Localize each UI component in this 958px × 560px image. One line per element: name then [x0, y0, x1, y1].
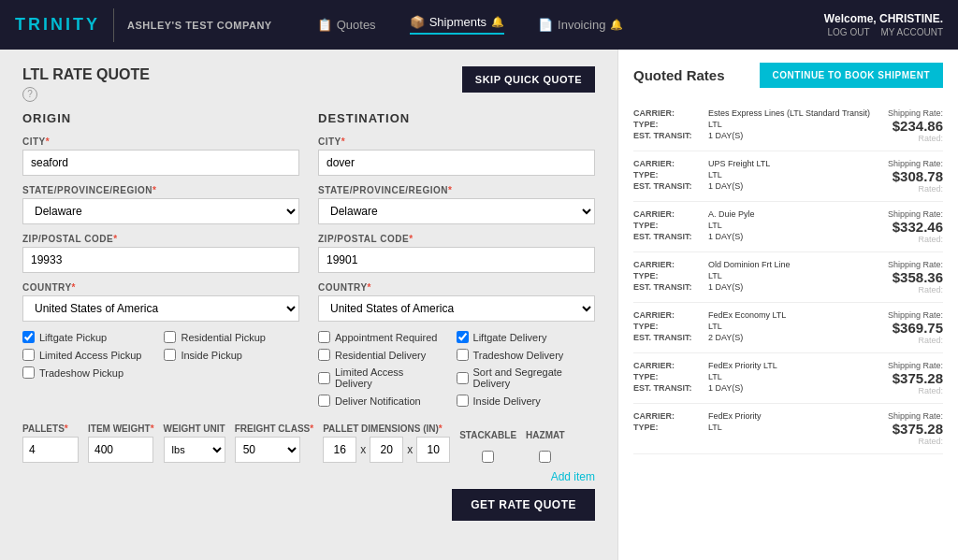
tradeshow-pickup-checkbox-label[interactable]: Tradeshow Pickup — [22, 366, 141, 379]
origin-state-select[interactable]: Delaware — [22, 198, 299, 224]
appointment-required-checkbox-label[interactable]: Appointment Required — [318, 331, 438, 343]
pallet-dimensions-label: PALLET DIMENSIONS (IN)* — [323, 424, 450, 434]
weight-unit-label: WEIGHT UNIT — [164, 424, 225, 434]
dest-city-label: CITY* — [318, 136, 595, 147]
dest-country-select[interactable]: United States of America — [318, 295, 595, 322]
dest-state-label: STATE/PROVINCE/REGION* — [318, 185, 595, 195]
destination-title: DESTINATION — [318, 111, 595, 125]
rate-item: CARRIER: FedEx Economy LTL TYPE: LTL EST… — [633, 303, 943, 353]
inside-delivery-checkbox-label[interactable]: Inside Delivery — [457, 395, 595, 407]
sort-segregate-checkbox-label[interactable]: Sort and Segregate Delivery — [457, 366, 595, 389]
residential-delivery-checkbox[interactable] — [318, 349, 330, 361]
welcome-text: Welcome, CHRISTINE. — [824, 12, 943, 25]
hazmat-field: HAZMAT — [526, 430, 564, 463]
rate-item: CARRIER: Estes Express Lines (LTL Standa… — [633, 101, 943, 151]
origin-city-input[interactable] — [22, 150, 299, 176]
nav-invoicing[interactable]: 📄 Invoicing 🔔 — [538, 18, 623, 32]
appointment-required-checkbox[interactable] — [318, 331, 330, 343]
add-item-link[interactable]: Add item — [551, 470, 595, 483]
continue-to-book-button[interactable]: CONTINUE TO BOOK SHIPMENT — [760, 63, 943, 88]
logo: TRINITY — [15, 15, 100, 35]
rate-item: CARRIER: FedEx Priority TYPE: LTL Shippi… — [633, 404, 943, 454]
info-icon[interactable]: ? — [22, 87, 37, 102]
rate-item: CARRIER: Old Dominion Frt Line TYPE: LTL… — [633, 252, 943, 303]
limited-access-pickup-checkbox-label[interactable]: Limited Access Pickup — [22, 349, 141, 361]
stackable-label: STACKABLE — [459, 430, 516, 440]
pallets-field: PALLETS* — [22, 424, 79, 463]
shipments-bell: 🔔 — [491, 16, 504, 28]
rate-item: CARRIER: UPS Freight LTL TYPE: LTL EST. … — [633, 151, 943, 202]
sort-segregate-checkbox[interactable] — [457, 372, 469, 384]
skip-quick-quote-button[interactable]: SKIP QUICK QUOTE — [462, 66, 595, 93]
myaccount-link[interactable]: MY ACCOUNT — [881, 27, 944, 37]
residential-delivery-checkbox-label[interactable]: Residential Delivery — [318, 349, 438, 361]
logout-link[interactable]: LOG OUT — [827, 27, 869, 37]
residential-pickup-checkbox-label[interactable]: Residential Pickup — [164, 331, 266, 343]
pallet-dimensions-field: PALLET DIMENSIONS (IN)* x x — [323, 424, 450, 463]
item-weight-input[interactable] — [88, 437, 153, 463]
shipments-icon: 📦 — [410, 15, 425, 29]
stackable-field: STACKABLE — [459, 430, 516, 463]
origin-country-label: COUNTRY* — [22, 282, 299, 293]
dest-zip-label: ZIP/POSTAL CODE* — [318, 234, 595, 244]
weight-unit-select[interactable]: lbs kg — [164, 437, 225, 463]
liftgate-delivery-checkbox[interactable] — [457, 331, 469, 343]
dim-x2: x — [405, 443, 414, 456]
limited-access-delivery-checkbox-label[interactable]: Limited Access Delivery — [318, 366, 438, 389]
dest-country-label: COUNTRY* — [318, 282, 595, 293]
pallets-label: PALLETS* — [22, 424, 79, 434]
liftgate-pickup-checkbox[interactable] — [22, 331, 35, 343]
dest-state-select[interactable]: Delaware — [318, 198, 595, 224]
limited-access-pickup-checkbox[interactable] — [22, 349, 35, 361]
origin-zip-input[interactable] — [22, 247, 299, 273]
dim-x1: x — [358, 443, 368, 456]
inside-pickup-checkbox[interactable] — [164, 349, 176, 361]
dest-zip-input[interactable] — [318, 247, 595, 273]
deliver-notification-checkbox[interactable] — [318, 395, 330, 407]
inside-delivery-checkbox[interactable] — [457, 395, 469, 407]
hazmat-checkbox[interactable] — [539, 451, 551, 463]
get-rate-quote-button[interactable]: GET RATE QUOTE — [452, 489, 595, 521]
stackable-checkbox[interactable] — [482, 451, 494, 463]
freight-class-label: FREIGHT CLASS* — [235, 424, 313, 434]
dim-length-input[interactable] — [323, 437, 356, 463]
origin-title: ORIGIN — [22, 111, 299, 125]
liftgate-pickup-checkbox-label[interactable]: Liftgate Pickup — [22, 331, 141, 343]
freight-class-field: FREIGHT CLASS* 50 55 60 65 — [235, 424, 313, 463]
nav-company: ASHLEY'S TEST COMPANY — [127, 20, 272, 31]
quotes-icon: 📋 — [317, 18, 332, 32]
invoicing-icon: 📄 — [538, 18, 553, 32]
nav-shipments[interactable]: 📦 Shipments 🔔 — [410, 15, 504, 35]
rate-item: CARRIER: FedEx Priority LTL TYPE: LTL ES… — [633, 353, 943, 404]
origin-country-select[interactable]: United States of America — [22, 295, 299, 322]
invoicing-bell: 🔔 — [610, 19, 623, 31]
rate-item: CARRIER: A. Duie Pyle TYPE: LTL EST. TRA… — [633, 202, 943, 252]
tradeshow-delivery-checkbox[interactable] — [457, 349, 469, 361]
origin-state-label: STATE/PROVINCE/REGION* — [22, 185, 299, 195]
liftgate-delivery-checkbox-label[interactable]: Liftgate Delivery — [457, 331, 595, 343]
deliver-notification-checkbox-label[interactable]: Deliver Notification — [318, 395, 438, 407]
nav-quotes[interactable]: 📋 Quotes — [317, 18, 376, 32]
weight-unit-field: WEIGHT UNIT lbs kg — [164, 424, 225, 463]
residential-pickup-checkbox[interactable] — [164, 331, 176, 343]
dim-height-input[interactable] — [416, 437, 450, 463]
navbar: TRINITY ASHLEY'S TEST COMPANY 📋 Quotes 📦… — [0, 0, 958, 50]
nav-user: Welcome, CHRISTINE. LOG OUT MY ACCOUNT — [824, 12, 943, 37]
limited-access-delivery-checkbox[interactable] — [318, 372, 330, 384]
tradeshow-delivery-checkbox-label[interactable]: Tradeshow Delivery — [457, 349, 595, 361]
pallets-input[interactable] — [22, 437, 79, 463]
hazmat-label: HAZMAT — [526, 430, 564, 440]
dest-city-input[interactable] — [318, 150, 595, 176]
quoted-rates-title: Quoted Rates — [633, 67, 725, 83]
origin-city-label: CITY* — [22, 136, 299, 147]
freight-class-select[interactable]: 50 55 60 65 — [235, 437, 300, 463]
nav-divider — [113, 8, 114, 42]
nav-links: 📋 Quotes 📦 Shipments 🔔 📄 Invoicing 🔔 — [317, 15, 824, 35]
inside-pickup-checkbox-label[interactable]: Inside Pickup — [164, 349, 266, 361]
item-weight-label: ITEM WEIGHT* — [88, 424, 154, 434]
form-title: LTL RATE QUOTE — [22, 66, 150, 83]
item-weight-field: ITEM WEIGHT* — [88, 424, 154, 463]
tradeshow-pickup-checkbox[interactable] — [22, 366, 35, 379]
dim-width-input[interactable] — [370, 437, 403, 463]
origin-zip-label: ZIP/POSTAL CODE* — [22, 234, 299, 244]
